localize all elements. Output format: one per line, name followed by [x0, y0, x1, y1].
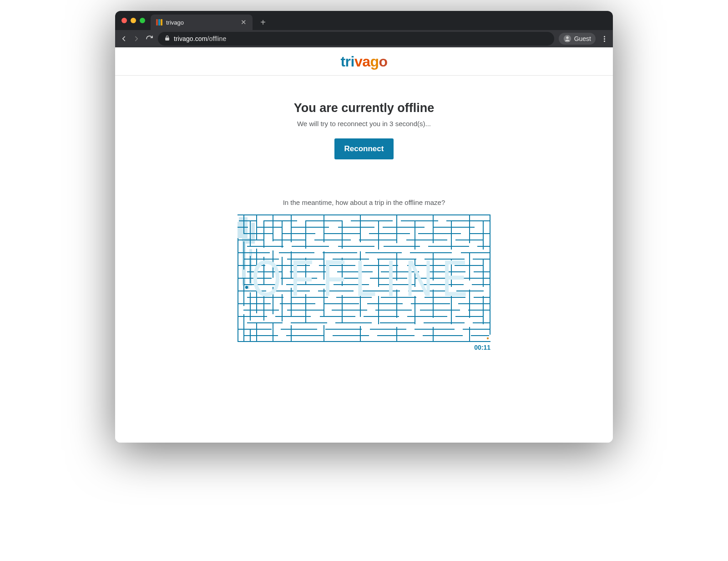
page-content: trivago You are currently offline We wil…	[115, 47, 613, 443]
maze-timer: 00:11	[238, 344, 490, 351]
browser-window: trivago ✕ +	[115, 11, 613, 443]
profile-label: Guest	[574, 35, 591, 42]
svg-rect-181	[238, 215, 239, 222]
window-close-button[interactable]	[121, 18, 127, 23]
svg-point-1	[566, 36, 568, 39]
window-maximize-button[interactable]	[140, 18, 145, 23]
tab-title: trivago	[166, 19, 236, 26]
offline-headline: You are currently offline	[115, 101, 613, 115]
browser-tab[interactable]: trivago ✕	[151, 15, 253, 30]
maze-game[interactable]: OFFLINE	[238, 214, 490, 342]
reload-button[interactable]	[145, 35, 153, 43]
new-tab-button[interactable]: +	[255, 15, 271, 30]
tab-close-button[interactable]: ✕	[240, 18, 247, 26]
window-minimize-button[interactable]	[131, 18, 136, 23]
browser-menu-button[interactable]	[600, 36, 608, 42]
url-text: trivago.com/offline	[174, 35, 226, 42]
svg-point-183	[245, 286, 248, 289]
maze-icon	[238, 214, 490, 342]
svg-point-184	[487, 337, 489, 339]
browser-toolbar: trivago.com/offline Guest	[115, 30, 613, 47]
site-header: trivago	[115, 47, 613, 76]
lock-icon	[164, 35, 170, 43]
offline-subline: We will try to reconnect you in 3 second…	[115, 120, 613, 128]
maze-intro-text: In the meantime, how about a trip in the…	[115, 199, 613, 206]
titlebar: trivago ✕ +	[115, 11, 613, 30]
svg-rect-182	[489, 335, 490, 341]
trivago-logo[interactable]: trivago	[340, 54, 387, 69]
avatar-icon	[563, 35, 571, 43]
profile-button[interactable]: Guest	[559, 33, 596, 45]
window-controls	[121, 11, 151, 30]
address-bar[interactable]: trivago.com/offline	[158, 32, 554, 46]
forward-button[interactable]	[132, 35, 141, 43]
reconnect-button[interactable]: Reconnect	[334, 138, 394, 159]
back-button[interactable]	[120, 35, 128, 43]
tab-favicon-trivago-icon	[156, 19, 162, 26]
